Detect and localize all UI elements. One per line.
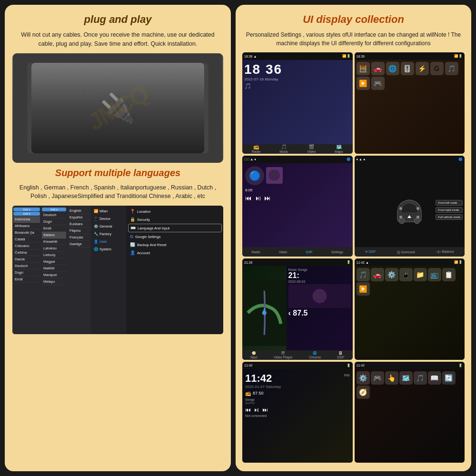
- bt-play[interactable]: ⏯: [255, 194, 261, 202]
- lang2-deutsch[interactable]: Deutsch: [42, 212, 66, 218]
- app-bt-music[interactable]: 🎵: [357, 268, 370, 281]
- add-button-3[interactable]: Add e: [42, 208, 66, 211]
- settings-factory[interactable]: 🔧 Factory: [92, 230, 126, 238]
- lang-bosanski[interactable]: Bosanski (la: [13, 229, 40, 236]
- lang2-eesti[interactable]: Eesti: [42, 225, 66, 232]
- lang2-magyar[interactable]: Magyar: [42, 258, 66, 265]
- lang2-maithili[interactable]: Maithili: [42, 265, 66, 272]
- lang2-manipuri[interactable]: Manipuri: [42, 272, 66, 278]
- c2-prev[interactable]: ⏮: [245, 407, 251, 413]
- nav-video[interactable]: 🎬Video: [307, 144, 316, 153]
- app-settings-3[interactable]: ⚙️: [357, 371, 370, 385]
- app-steering[interactable]: 🔄: [442, 371, 456, 385]
- app-carlink[interactable]: 🚗: [371, 62, 385, 75]
- settings-wlan[interactable]: 📶 Wlan: [92, 208, 126, 215]
- app-more[interactable]: ▶️: [357, 282, 370, 296]
- lang2-kiswahili[interactable]: Kiswahili: [42, 238, 66, 245]
- settings-system[interactable]: 🌐 System: [92, 246, 126, 253]
- lang3-francais[interactable]: Français: [68, 234, 90, 241]
- music-nav-bar: 🧭Navi 🎬Video Player 🌐Chrome 🎚️DSP: [242, 350, 353, 360]
- nav-bt-radio[interactable]: Radio: [251, 250, 260, 254]
- nav-bt-settings[interactable]: Settings: [331, 250, 343, 254]
- ui-screen-clock-2: 11:42 🔋 11:42 2023-01-07 Saturday 📻 87.5…: [242, 362, 353, 463]
- bt-next[interactable]: ⏭: [264, 194, 271, 202]
- lang-dansk[interactable]: Dansk: [13, 256, 40, 263]
- lang-afrikaans[interactable]: Afrikaans: [13, 223, 40, 229]
- app-flash[interactable]: ⚡: [416, 62, 429, 75]
- app-play-store[interactable]: ▶️: [357, 77, 370, 90]
- lang3-filipino[interactable]: Filipino: [68, 228, 90, 234]
- lang-catala[interactable]: Català: [13, 236, 40, 243]
- lang2-lietuvy[interactable]: Lietuviy: [42, 252, 66, 258]
- lang3-gaeilge[interactable]: Gaeilge: [68, 241, 90, 248]
- dsp-label[interactable]: ≋ DSP: [365, 250, 376, 254]
- lang2-melayu[interactable]: Melayu: [42, 278, 66, 285]
- app-car-setting[interactable]: ⚙️: [385, 268, 398, 281]
- app-file-explorer[interactable]: 📁: [414, 268, 427, 281]
- surround-label[interactable]: ))) Surround: [397, 250, 415, 254]
- settings-device[interactable]: 📱 Device: [92, 215, 126, 222]
- clock-bg: 18 36 2022-07-18 Monday 🎵 📻Radio 🎵Music …: [242, 60, 353, 154]
- lang2-latviesu[interactable]: Latviesu: [42, 245, 66, 252]
- app-nav-3[interactable]: 🧭: [357, 386, 370, 399]
- nav-maps[interactable]: 🗺️Maps: [335, 144, 343, 153]
- lang2-italiano[interactable]: Italiano: [42, 232, 66, 238]
- add-button-1[interactable]: Add e: [13, 208, 40, 211]
- settings-google[interactable]: G Google Settings: [128, 233, 222, 240]
- app-equalizer[interactable]: 🎚️: [401, 62, 414, 75]
- clock-controls: ⏮ ⏯ ⏭: [245, 407, 350, 413]
- songs-label: Songs: [245, 398, 350, 401]
- add-button-2[interactable]: Add e: [13, 212, 40, 216]
- lang-cebuano[interactable]: Cebuano: [13, 243, 40, 249]
- app-music-3[interactable]: 🎵: [414, 371, 427, 385]
- lang-dogri[interactable]: Dogri: [13, 269, 40, 276]
- lang-eesti[interactable]: Eesti: [13, 276, 40, 283]
- app-maps-3[interactable]: 🗺️: [399, 371, 413, 385]
- nav-bt-dsp[interactable]: DSP: [306, 250, 312, 254]
- app-swc-3[interactable]: 🎮: [371, 371, 384, 385]
- lang3-euskara[interactable]: Euskara: [68, 221, 90, 228]
- bt-prev[interactable]: ⏮: [245, 194, 252, 202]
- app-ops-guide[interactable]: 📖: [428, 371, 441, 385]
- front-left-btn[interactable]: Front left mode: [436, 200, 463, 206]
- app-calculator[interactable]: 🧮: [357, 62, 370, 75]
- security-icon: 🔒: [130, 217, 135, 222]
- general-icon: ⚙️: [94, 224, 98, 228]
- nav-chrome[interactable]: 🌐Chrome: [309, 351, 321, 359]
- settings-general[interactable]: ⚙️ General: [92, 223, 126, 230]
- app-chrome[interactable]: 🌐: [386, 62, 399, 75]
- nav-navi[interactable]: 🧭Navi: [250, 351, 257, 359]
- nav-bt-video[interactable]: Video: [279, 250, 288, 254]
- c2-play[interactable]: ⏯: [254, 407, 259, 413]
- settings-language-input[interactable]: ⌨️ Lanquage And Input: [128, 224, 222, 232]
- settings-location[interactable]: 📍 Location: [128, 208, 222, 215]
- lang3-espanol[interactable]: Español: [68, 214, 90, 221]
- app-google[interactable]: G: [430, 62, 444, 75]
- app-other[interactable]: 📱: [399, 268, 413, 281]
- app-hd2[interactable]: 📺: [428, 268, 441, 281]
- nav-radio[interactable]: 📻Radio: [252, 144, 260, 153]
- c2-next[interactable]: ⏭: [262, 407, 268, 413]
- app-car-info[interactable]: 🚗: [371, 268, 384, 281]
- settings-user[interactable]: 👤 User: [92, 238, 126, 245]
- radio-label: Radio: [252, 150, 260, 153]
- nav-music[interactable]: 🎵Music: [279, 144, 288, 153]
- settings-backup[interactable]: 🔄 Backup And Reset: [128, 241, 222, 248]
- settings-security[interactable]: 🔒 Security: [128, 216, 222, 223]
- full-vehicle-btn[interactable]: Full vehicle mode: [436, 214, 463, 220]
- lang-title: Support multiple languages: [12, 168, 223, 178]
- front-right-btn[interactable]: Front right mode: [436, 207, 463, 213]
- lang2-dogri[interactable]: Dogri: [42, 218, 66, 225]
- balance-label[interactable]: ◁▷ Balance: [436, 250, 454, 254]
- app-music-player[interactable]: 🎵: [445, 62, 458, 75]
- lang-deutsch[interactable]: Deutsch: [13, 263, 40, 269]
- app-touch-assist[interactable]: 👆: [385, 371, 398, 385]
- app-swc[interactable]: 🎮: [371, 77, 385, 90]
- nav-dsp-eq[interactable]: 🎚️DSP: [337, 351, 344, 359]
- lang3-english[interactable]: English: [68, 208, 90, 214]
- nav-video-player[interactable]: 🎬Video Player: [274, 351, 293, 359]
- lang-cestina[interactable]: Čeština: [13, 249, 40, 256]
- app-instructions[interactable]: 📋: [442, 268, 456, 281]
- settings-account[interactable]: 👤 Account: [128, 249, 222, 257]
- lang-indonesia[interactable]: Indonesia: [13, 216, 40, 223]
